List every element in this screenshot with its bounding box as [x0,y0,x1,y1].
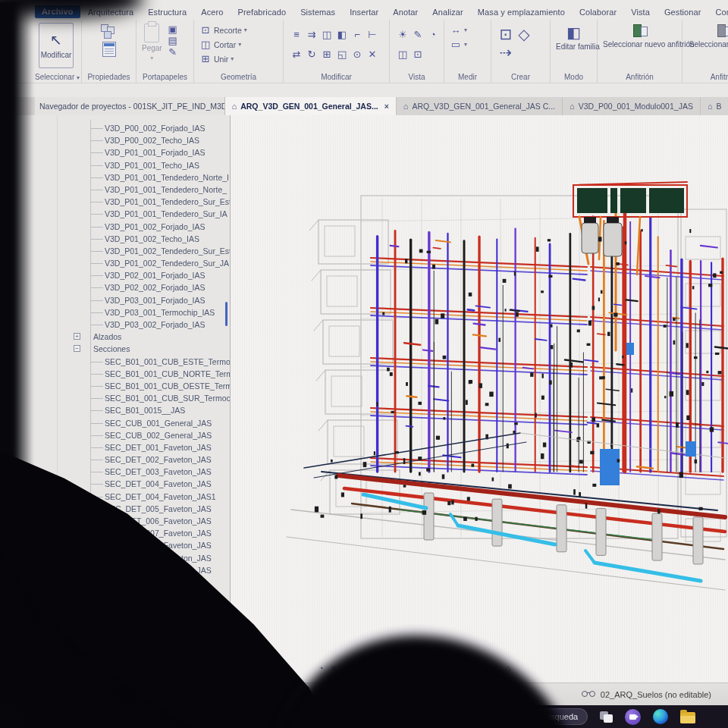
collapse-icon[interactable]: − [74,345,80,352]
view-tab[interactable]: ⌂V3D_P00_001_Modulo001_JAS [563,97,701,115]
tree-item[interactable]: V3D_P03_001_Forjado_IAS [35,294,230,306]
active-workset[interactable]: 02_ARQ_Suelos (no editable) [582,690,711,699]
mirror-icon[interactable]: ◫ [321,30,333,40]
scale-icon[interactable]: ◱ [336,49,348,60]
pick-new-host-icon[interactable] [632,24,648,39]
geometry-row-cortar[interactable]: ◫Cortar▾ [199,37,278,52]
cutaway-icon[interactable]: ◫ [397,49,409,60]
tree-item[interactable]: SEC_CUB_001_General_JAS [35,417,230,429]
modify-button[interactable]: ↖ Modificar [39,23,74,68]
tree-item[interactable]: SEC_B01_001_CUB_ESTE_Termoch [35,356,230,368]
offset-icon[interactable]: ⇉ [306,30,318,40]
tree-item[interactable]: V3D_P01_002_Techo_IAS [35,233,230,245]
tree-item[interactable]: SEC_B01_001_CUB_OESTE_Termoc [35,380,230,392]
tree-item[interactable]: V3D_P02_001_Forjado_IAS [35,269,230,281]
tree-item[interactable]: V3D_P01_001_Tendedero_Sur_IA [35,208,230,220]
box-icon[interactable]: ⊡ [412,49,424,60]
tree-item[interactable]: V3D_P01_002_Tendedero_Sur_JA [35,257,230,269]
group-label-propiedades[interactable]: Propiedades [82,73,136,81]
teams-icon[interactable] [625,709,641,725]
start-button[interactable] [491,710,505,723]
properties-palette-icon[interactable] [102,42,116,57]
3d-model-viewport[interactable] [231,115,728,682]
ribbon-tab-anotar[interactable]: Anotar [386,5,425,20]
constraints-icon[interactable]: ⌂ [506,664,511,673]
tree-item[interactable]: SEC_DET_008_Faveton_JAS [35,539,230,551]
group-label-seleccionar[interactable]: Seleccionar ▾ [33,73,81,81]
copy-icon[interactable]: ⊞ [321,49,333,60]
rotate-icon[interactable]: ↻ [306,49,318,60]
pick-new-host-button[interactable]: Seleccionar nuevo anfitrión [603,40,676,49]
edit-family-button[interactable]: Editar familia [556,42,592,52]
ribbon-tab-sistemas[interactable]: Sistemas [293,5,342,20]
tree-item[interactable]: SEC_DET_005_Faveton_JAS [35,503,230,515]
paste-icon[interactable] [144,24,159,42]
ribbon-tab-arquitectura[interactable]: Arquitectura [81,5,141,20]
tree-item[interactable]: V3D_P01_001_Tendedero_Norte_ [35,184,230,196]
delete-icon[interactable]: ✕ [366,49,378,60]
pin-icon[interactable]: ⊙ [351,49,363,60]
tree-item[interactable]: V3D_P00_002_Techo_IAS [35,134,230,146]
tree-item[interactable]: SEC_CUB_002_General_JAS [35,429,230,441]
drawing-area[interactable]: ◔≡▤◧☀◐✎⊡⊞◎◫⊟≋⌂ [231,115,728,682]
measure-element-icon[interactable]: ▭ [450,39,462,50]
paste-button-label[interactable]: Pegar▾ [142,44,162,63]
tree-item[interactable]: SEC_DET_010_Faveton_JAS [35,564,230,576]
crop-view-icon[interactable]: ⊡ [417,664,424,673]
tree-item[interactable]: SEC_B01_001_CUB_SUR_Termochi [35,392,230,404]
ribbon-tab-complementos[interactable]: Complementos [709,5,728,20]
create-similar-icon[interactable]: ◇ [515,26,533,42]
tree-item[interactable]: +Alzados [35,331,230,343]
tree-item[interactable]: V3D_P01_002_Tendedero_Sur_Est [35,245,230,257]
trim-icon[interactable]: ⌐ [351,30,363,40]
ribbon-tab-analizar[interactable]: Analizar [425,5,470,20]
tree-item[interactable]: V3D_P01_001_Tendedero_Norte_I [35,171,230,184]
ribbon-tab-masa-y-emplazamiento[interactable]: Masa y emplazamiento [471,5,572,20]
detail-level-icon[interactable]: ▤ [344,664,351,673]
cut-to-clipboard-icon[interactable]: ▤ [167,36,179,46]
tree-item[interactable]: V3D_P01_001_Forjado_IAS [35,146,230,158]
tree-item[interactable]: V3D_P00_002_Forjado_IAS [35,122,230,134]
ribbon-tab-vista[interactable]: Vista [624,5,657,20]
geometry-row-unir[interactable]: ⊞Unir▾ [199,52,278,66]
view-tab[interactable]: ⌂ARQ_V3D_GEN_001_General_JAS C... [397,97,563,115]
pick-primary-host-button[interactable]: Seleccionar principal [688,40,728,49]
project-browser-tab[interactable]: Navegador de proyectos - 001SK_JIT_PE_IN… [35,97,225,115]
ribbon-tab-prefabricado[interactable]: Prefabricado [231,5,293,20]
tree-item[interactable]: SEC_DET_003_Faveton_JAS [35,466,230,478]
task-view-button[interactable] [600,711,613,723]
unlocked-view-icon[interactable]: ◎ [446,664,453,673]
ribbon-tab-archivo[interactable]: Archivo [35,5,80,18]
tree-item[interactable]: V3D_P02_002_Forjado_IAS [35,281,230,293]
ribbon-tab-gestionar[interactable]: Gestionar [657,5,708,20]
reveal-hidden-icon[interactable]: ⊟ [476,664,483,673]
shadows-icon[interactable]: ◐ [390,664,395,673]
show-crop-icon[interactable]: ⊞ [431,664,438,673]
split-icon[interactable]: ◧ [336,30,348,40]
edge-browser-icon[interactable] [653,709,668,724]
thin-lines-icon[interactable]: ≡ [331,664,336,673]
tree-item[interactable]: SEC_DET_009_Faveton_JAS [35,552,230,564]
temporary-hide-icon[interactable]: ◫ [461,664,469,673]
tree-item[interactable]: V3D_P01_001_Tendedero_Sur_Est [35,196,230,208]
ribbon-tab-colaborar[interactable]: Colaborar [573,5,623,20]
measure-length-icon[interactable]: ↔ [450,25,462,36]
move-icon[interactable]: ⇄ [290,49,303,60]
close-icon[interactable]: × [384,102,389,111]
extend-icon[interactable]: ⊢ [366,30,378,40]
view-tab[interactable]: ⌂B [701,97,728,115]
sketchy-lines-icon[interactable]: ✎ [402,664,409,673]
lightbulb-icon[interactable]: ☀ [397,30,409,40]
expand-icon[interactable]: + [74,333,80,340]
worksharing-display-icon[interactable]: ≋ [491,664,497,673]
tree-item[interactable]: SEC_DET_007_Faveton_JAS [35,527,230,539]
tree-item[interactable]: V3D_P03_001_Termochip_IAS [35,306,230,318]
scale-icon[interactable]: ◔ [318,664,324,673]
edit-family-icon[interactable]: ◧ [565,24,583,41]
view-tab[interactable]: ⌂ARQ_V3D_GEN_001_General_JAS...× [225,97,397,115]
search-input[interactable]: Búsqueda [517,708,588,725]
browser-scrollbar[interactable] [225,302,228,326]
sun-path-icon[interactable]: ☀ [375,664,382,673]
create-group-icon[interactable]: ⊡ [497,26,515,42]
hide-icon[interactable]: ◔ [427,30,439,40]
